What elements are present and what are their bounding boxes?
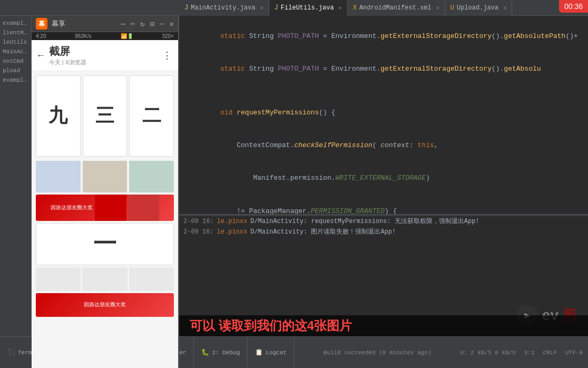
annotation-overlay: 可以 读取到我们的这4张图片 — [179, 315, 588, 336]
phone-resolution: 320× — [162, 33, 174, 39]
code-line-6: Manifest.permission.WRITE_EXTERNAL_STORA… — [179, 162, 588, 195]
tab-icon-java: J — [184, 4, 188, 12]
tab-bar: J MainActivity.java ✕ J FileUtils.java ✕… — [0, 0, 588, 16]
tab-fileutils[interactable]: J FileUtils.java ✕ — [269, 0, 348, 16]
phone-network-speed: 863K/s — [75, 33, 91, 39]
tab-label3: AndroidManifest.xml — [359, 4, 432, 12]
phone-screen: ← 截屏 今天 | X浏览器 ⋮ 九 三 二 — [32, 40, 178, 368]
code-line-4: oid requestMyPermissions() { — [179, 96, 588, 129]
annotation-text: 可以 读取到我们的这4张图片 — [190, 317, 352, 334]
char-jiu: 九 — [48, 103, 67, 129]
sidebar-item-4[interactable]: ootCmd — [0, 56, 31, 66]
tab-label2: FileUtils.java — [281, 4, 334, 12]
code-line-3 — [179, 86, 588, 96]
char-er: 二 — [142, 103, 161, 129]
log-tag-1: le.pinxx — [217, 217, 248, 226]
phone-screen-title: 截屏 — [49, 44, 86, 59]
phone-crop-icon[interactable]: ✂ — [131, 20, 135, 28]
phone-overflow-menu[interactable]: ⋮ — [162, 50, 172, 61]
sidebar-item-1[interactable]: lientManag — [0, 28, 31, 37]
logcat-icon: 📋 — [255, 348, 263, 356]
log-tag-2: le.pinxx — [217, 227, 248, 237]
code-line-2: static String PHOTO_PATH = Environment.g… — [179, 53, 588, 85]
bottom-tab-debug[interactable]: 🐛 2: Debug — [194, 337, 248, 368]
code-text-1: static String PHOTO_PATH = Environment.g… — [179, 20, 584, 53]
logcat-label: Logcat — [266, 350, 287, 356]
log-msg-1: D/MainActivity: requestMyPermissions: 无法… — [250, 217, 479, 226]
timer-badge: 00:36 — [559, 0, 588, 13]
tab-manifest[interactable]: X AndroidManifest.xml ✕ — [348, 0, 445, 16]
code-content: static String PHOTO_PATH = Environment.g… — [179, 16, 588, 232]
log-line-2: 2-09 16: le.pinxx D/MainActivity: 图片读取失败… — [179, 227, 588, 237]
phone-panel: 幕 幕享 ⋯ ✂ ↻ ⊡ — ✕ 4:20 863K/s 📶🔋 320× ← — [32, 16, 179, 368]
debug-label: 2: Debug — [212, 350, 240, 356]
phone-controls: ⋯ ✂ ↻ ⊡ — ✕ — [121, 20, 174, 28]
tab-icon-xml: X — [353, 4, 357, 12]
build-success-msg: Build succeeded (8 minutes ago) — [324, 350, 432, 356]
code-line-5: ContextCompat.checkSelfPermission( conte… — [179, 129, 588, 162]
debug-icon: 🐛 — [201, 348, 209, 356]
phone-app-header: ← 截屏 今天 | X浏览器 ⋮ — [32, 40, 178, 71]
sidebar-item-6[interactable]: example.p — [0, 75, 31, 85]
log-msg-2: D/MainActivity: 图片读取失败！强制退出App! — [250, 227, 396, 237]
code-text-4: oid requestMyPermissions() { — [179, 96, 584, 129]
tab-mainactivity[interactable]: J MainActivity.java ✕ — [179, 0, 269, 16]
phone-close-icon[interactable]: ✕ — [170, 20, 174, 28]
phone-icons: 📶🔋 — [121, 33, 133, 39]
ad-text-2: 因路达朋友圈大奖 — [84, 301, 126, 308]
tab-close-fileutils[interactable]: ✕ — [339, 5, 342, 11]
thumb-small-1 — [36, 161, 81, 192]
phone-titlebar: 幕 幕享 ⋯ ✂ ↻ ⊡ — ✕ — [32, 16, 178, 32]
thumb-char-er[interactable]: 二 — [129, 75, 174, 157]
thumb-s-3 — [129, 267, 174, 291]
log-date-2: 2-09 16: — [183, 227, 214, 237]
phone-app-icon: 幕 — [36, 18, 47, 30]
ad-text-1: 因路达朋友圈大奖 — [51, 204, 93, 211]
code-line-1: static String PHOTO_PATH = Environment.g… — [179, 20, 588, 53]
phone-app-logo: 幕 — [38, 20, 45, 28]
log-line-1: 2-09 16: le.pinxx D/MainActivity: reques… — [179, 216, 588, 227]
phone-rotate-icon[interactable]: ↻ — [140, 20, 144, 28]
sidebar-item-5[interactable]: pload — [0, 66, 31, 75]
thumb-s-2 — [82, 267, 127, 291]
tab-label4: Upload.java — [457, 4, 498, 12]
ad-banner-1: 因路达朋友圈大奖 — [36, 195, 174, 221]
phone-statusbar: 4:20 863K/s 📶🔋 320× — [32, 32, 178, 40]
tab-close-upload[interactable]: ✕ — [503, 5, 506, 11]
thumb-char-jiu[interactable]: 九 — [36, 75, 81, 157]
main-area: example.p lientManag leUtils MainActivit… — [0, 16, 588, 368]
thumb-s-1 — [36, 267, 81, 291]
phone-settings-icon[interactable]: ⋯ — [121, 20, 125, 28]
code-text-5: ContextCompat.checkSelfPermission( conte… — [179, 129, 584, 162]
encoding: UTF-8 — [565, 350, 583, 356]
tab-icon-upload: U — [450, 4, 454, 12]
sidebar-item-3[interactable]: MainActivity — [0, 47, 31, 56]
phone-minimize-icon[interactable]: — — [160, 20, 164, 28]
log-date-1: 2-09 16: — [183, 217, 214, 226]
tab-upload[interactable]: U Upload.java ✕ — [445, 0, 512, 16]
thumb-single-char[interactable]: 一 — [36, 223, 174, 265]
ad-banner-2: 因路达朋友圈大奖 — [36, 293, 174, 317]
bottom-tab-logcat[interactable]: 📋 Logcat — [248, 337, 295, 368]
char-single: 一 — [93, 228, 116, 259]
cursor-position: 3:1 — [524, 350, 535, 356]
sidebar-item-2[interactable]: leUtils — [0, 37, 31, 47]
terminal-icon: ⬛ — [7, 348, 15, 356]
status-right: U: 2 kB/S 0 kB/S 3:1 CRLF UTF-8 — [460, 337, 588, 368]
file-tree-sidebar: example.p lientManag leUtils MainActivit… — [0, 16, 32, 368]
tab-close-mainactivity[interactable]: ✕ — [260, 5, 263, 11]
thumb-small-3 — [129, 161, 174, 192]
char-san: 三 — [95, 103, 114, 129]
phone-back-button[interactable]: ← — [38, 50, 44, 61]
code-text-2: static String PHOTO_PATH = Environment.g… — [179, 53, 584, 85]
thumb-row-small-2 — [36, 267, 174, 291]
phone-screenshot-icon[interactable]: ⊡ — [150, 20, 154, 28]
thumb-row-small-1 — [36, 161, 174, 192]
network-status: U: 2 kB/S 0 kB/S — [460, 350, 516, 356]
tab-close-manifest[interactable]: ✕ — [436, 5, 439, 11]
bottom-status-bar: Build succeeded (8 minutes ago) — [317, 337, 438, 368]
thumb-char-san[interactable]: 三 — [83, 75, 128, 157]
sidebar-item-0[interactable]: example.p — [0, 18, 31, 28]
tab-label: MainActivity.java — [191, 4, 255, 12]
phone-title: 幕享 — [52, 19, 65, 28]
